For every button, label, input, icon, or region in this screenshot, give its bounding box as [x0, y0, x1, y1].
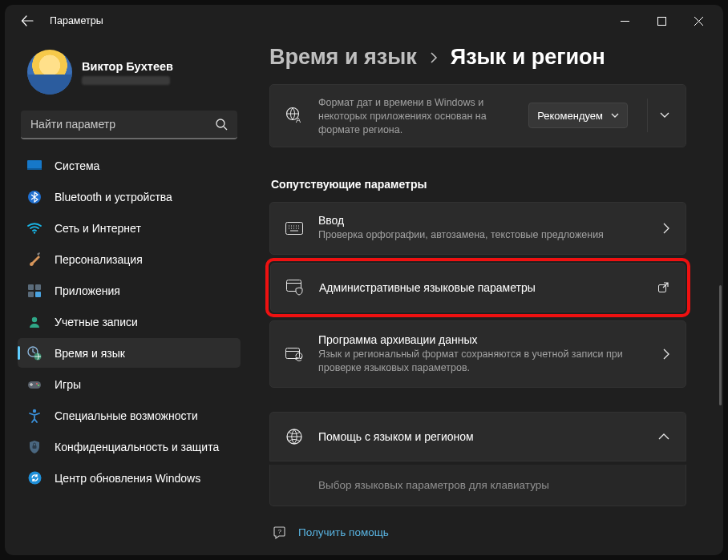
breadcrumb-current: Язык и регион	[451, 45, 605, 70]
body: Виктор Бухтеев Система Bluetooth и устро…	[5, 37, 723, 555]
minimize-icon	[621, 17, 629, 26]
arrow-left-icon	[21, 14, 34, 27]
settings-window: Параметры Виктор Бухтеев	[5, 5, 723, 555]
sidebar-item-personalization[interactable]: Персонализация	[18, 244, 241, 274]
minimize-button[interactable]	[606, 5, 643, 37]
globe-icon	[285, 428, 304, 445]
svg-point-14	[36, 382, 38, 384]
breadcrumb: Время и язык Язык и регион	[269, 37, 717, 84]
backup-sub: Язык и региональный формат сохраняются в…	[318, 348, 623, 375]
svg-text:A: A	[296, 116, 301, 124]
sidebar-item-label: Учетные записи	[55, 316, 138, 328]
back-button[interactable]	[14, 8, 40, 34]
sidebar-item-accessibility[interactable]: Специальные возможности	[18, 401, 241, 430]
sidebar-item-accounts[interactable]: Учетные записи	[18, 307, 241, 336]
sidebar-item-gaming[interactable]: Игры	[18, 369, 241, 399]
regional-format-dropdown[interactable]: Рекомендуем	[528, 103, 628, 128]
apps-icon	[27, 284, 42, 298]
input-sub: Проверка орфографии, автозамена, текстов…	[318, 228, 645, 242]
highlight-annotation: Административные языковые параметры	[265, 258, 690, 317]
svg-rect-8	[28, 292, 34, 297]
svg-point-18	[28, 472, 41, 485]
sidebar-item-apps[interactable]: Приложения	[18, 276, 241, 305]
svg-point-15	[38, 384, 39, 385]
svg-rect-7	[35, 284, 41, 290]
keyboard-icon	[285, 222, 304, 235]
gamepad-icon	[27, 377, 42, 392]
window-shield-icon	[285, 280, 305, 296]
svg-rect-9	[35, 292, 41, 297]
window-controls	[606, 5, 717, 37]
help-title: Помощь с языком и регионом	[318, 430, 641, 443]
svg-rect-6	[28, 284, 34, 290]
scrollbar[interactable]	[719, 285, 722, 405]
avatar	[27, 50, 72, 95]
display-icon	[27, 159, 42, 173]
input-title: Ввод	[318, 214, 645, 227]
sidebar-item-label: Время и язык	[55, 347, 125, 360]
chevron-right-icon	[660, 220, 673, 237]
svg-rect-3	[27, 168, 42, 170]
wifi-icon	[27, 221, 42, 236]
sidebar-item-bluetooth[interactable]: Bluetooth и устройства	[18, 182, 241, 212]
window-title: Параметры	[50, 15, 103, 26]
paintbrush-icon	[27, 252, 42, 267]
backup-card[interactable]: Программа архивации данных Язык и регион…	[269, 320, 686, 388]
profile[interactable]: Виктор Бухтеев	[14, 43, 244, 106]
backup-title: Программа архивации данных	[318, 333, 645, 346]
help-group: Помощь с языком и регионом Выбор языковы…	[269, 412, 686, 506]
chevron-right-icon	[660, 345, 673, 363]
maximize-button[interactable]	[643, 5, 680, 37]
titlebar: Параметры	[5, 5, 723, 37]
regional-format-sub: Формат дат и времени в Windows и некотор…	[318, 96, 514, 137]
update-icon	[27, 471, 42, 485]
expand-button[interactable]	[647, 99, 681, 132]
search-icon	[215, 118, 228, 131]
globe-text-icon: A	[285, 107, 304, 124]
svg-rect-0	[657, 17, 665, 25]
help-expander[interactable]: Помощь с языком и регионом	[269, 412, 686, 461]
svg-point-16	[33, 409, 36, 412]
sidebar-item-system[interactable]: Система	[18, 151, 241, 180]
sidebar-item-label: Конфиденциальность и защита	[55, 441, 219, 453]
profile-name: Виктор Бухтеев	[82, 60, 173, 73]
sidebar-item-update[interactable]: Центр обновления Windows	[18, 463, 241, 493]
main: Время и язык Язык и регион A Формат дат …	[253, 37, 723, 555]
breadcrumb-parent[interactable]: Время и язык	[269, 45, 417, 70]
sidebar-item-label: Специальные возможности	[55, 409, 198, 422]
external-link-icon	[654, 279, 672, 296]
chevron-right-icon	[430, 51, 438, 64]
svg-point-5	[34, 232, 35, 233]
accessibility-icon	[27, 409, 42, 423]
clock-globe-icon	[27, 346, 42, 361]
help-sublink[interactable]: Выбор языковых параметров для клавиатуры	[269, 465, 686, 506]
chevron-down-icon	[611, 113, 619, 118]
help-icon: ?	[273, 526, 287, 540]
svg-text:?: ?	[278, 528, 282, 535]
svg-point-10	[32, 316, 37, 321]
get-help-link[interactable]: ? Получить помощь	[269, 506, 717, 540]
svg-point-1	[216, 119, 224, 127]
close-button[interactable]	[680, 5, 717, 37]
shield-icon	[27, 440, 42, 454]
input-card[interactable]: Ввод Проверка орфографии, автозамена, те…	[269, 202, 686, 255]
admin-title: Административные языковые параметры	[319, 281, 640, 294]
sidebar-item-label: Приложения	[55, 284, 120, 297]
chevron-up-icon	[655, 430, 673, 443]
svg-rect-17	[33, 445, 37, 449]
sidebar-item-label: Bluetooth и устройства	[55, 191, 172, 203]
admin-language-card[interactable]: Административные языковые параметры	[270, 263, 686, 312]
sidebar-item-time-language[interactable]: Время и язык	[18, 338, 241, 368]
section-related: Сопутствующие параметры	[269, 151, 686, 202]
sidebar-item-network[interactable]: Сеть и Интернет	[18, 213, 241, 243]
profile-email	[82, 76, 170, 85]
nav: Система Bluetooth и устройства Сеть и Ин…	[14, 151, 244, 493]
sidebar-item-label: Система	[55, 159, 99, 172]
sidebar-item-label: Сеть и Интернет	[55, 222, 141, 235]
sidebar: Виктор Бухтеев Система Bluetooth и устро…	[5, 37, 253, 555]
search-input[interactable]	[30, 118, 215, 131]
sidebar-item-label: Игры	[55, 378, 81, 391]
sidebar-item-privacy[interactable]: Конфиденциальность и защита	[18, 432, 241, 461]
search-box[interactable]	[21, 111, 237, 139]
regional-format-card[interactable]: A Формат дат и времени в Windows и некот…	[269, 84, 686, 147]
